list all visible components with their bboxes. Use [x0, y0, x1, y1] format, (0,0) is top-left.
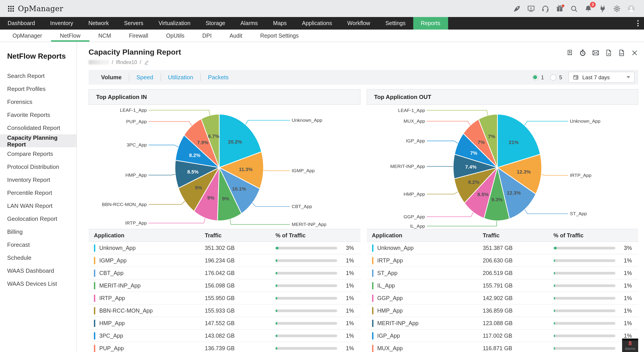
sidebar-item-report-profiles[interactable]: Report Profiles: [0, 82, 76, 95]
sidebar-item-forecast[interactable]: Forecast: [0, 238, 76, 251]
nav-item-workflow[interactable]: Workflow: [340, 17, 378, 30]
sidebar-item-waas-devices-list[interactable]: WAAS Devices List: [0, 277, 76, 290]
tab-utilization[interactable]: Utilization: [160, 73, 200, 81]
application-cell: Unknown_App: [372, 244, 483, 251]
application-cell: IGMP_App: [94, 257, 205, 264]
pie-svg: 21%Unknown_App12.3%IRTP_App12.3%ST_App9.…: [366, 105, 638, 229]
nav-item-servers[interactable]: Servers: [116, 17, 151, 30]
close-report-icon[interactable]: [631, 49, 638, 56]
slice-percent-label: 8.5%: [188, 169, 198, 175]
traffic-percent-value: 1%: [346, 320, 354, 326]
pie-label-igp-app: IGP_App: [406, 138, 425, 143]
subnav-item-opmanager[interactable]: OpManager: [4, 30, 51, 42]
topbar-actions: 3: [513, 5, 644, 12]
subnav-item-netflow[interactable]: NetFlow: [51, 30, 90, 42]
pie-label-irtp-app: IRTP_App: [125, 220, 147, 226]
sidebar-item-lan-wan-report[interactable]: LAN WAN Report: [0, 199, 76, 212]
sidebar-item-geolocation-report[interactable]: Geolocation Report: [0, 212, 76, 225]
tab-packets[interactable]: Packets: [200, 73, 236, 81]
pie-callout-line: [246, 120, 290, 124]
sidebar-item-waas-dashboard[interactable]: WAAS Dashboard: [0, 264, 76, 277]
percent-bar-track: [554, 334, 615, 337]
support-headset-icon[interactable]: [542, 5, 549, 12]
settings-gear-icon[interactable]: [613, 5, 621, 12]
nav-item-alarms[interactable]: Alarms: [233, 17, 266, 30]
subnav-item-ncm[interactable]: NCM: [90, 30, 120, 42]
sidebar-item-consolidated-report[interactable]: Consolidated Report: [0, 121, 76, 134]
nav-item-virtualization[interactable]: Virtualization: [151, 17, 198, 30]
sidebar-item-schedule[interactable]: Schedule: [0, 251, 76, 264]
export-csv-icon[interactable]: CSV: [618, 49, 625, 56]
nav-item-applications[interactable]: Applications: [294, 17, 340, 30]
export-pdf-icon[interactable]: [605, 49, 612, 56]
subnav-item-report-settings[interactable]: Report Settings: [251, 30, 308, 42]
integrations-plug-icon[interactable]: [599, 5, 606, 12]
more-options-kebab-icon[interactable]: [637, 17, 639, 30]
launcher-rocket-icon[interactable]: [513, 5, 520, 12]
sidebar-item-search-report[interactable]: Search Report: [0, 69, 76, 82]
series-color-tick: [94, 269, 95, 277]
nav-item-network[interactable]: Network: [81, 17, 116, 30]
global-search-icon[interactable]: [570, 5, 578, 12]
subnav-item-dpi[interactable]: DPI: [194, 30, 221, 42]
notifications-bell-icon[interactable]: 3: [584, 5, 592, 12]
application-cell: HMP_App: [94, 319, 205, 327]
pie-label-cbt-app: CBT_App: [292, 204, 312, 209]
nav-item-dashboard[interactable]: Dashboard: [0, 17, 42, 30]
traffic-percent-value: 1%: [346, 345, 354, 351]
calendar-clock-icon: [573, 74, 579, 80]
subnav-item-firewall[interactable]: Firewall: [120, 30, 157, 42]
tab-speed[interactable]: Speed: [129, 73, 160, 81]
pie-label-irtp-app: IRTP_App: [570, 173, 592, 178]
sidebar-item-billing[interactable]: Billing: [0, 225, 76, 238]
percent-bar-fill: [276, 259, 277, 262]
alarms-widget[interactable]: 8 Alarms: [622, 338, 638, 352]
pie-label-bbn-rcc-mon-app: BBN-RCC-MON_App: [102, 202, 147, 207]
schedule-history-icon[interactable]: [579, 49, 586, 56]
top-n-option-1[interactable]: 1: [532, 74, 544, 80]
slice-percent-label: 7%: [488, 134, 495, 139]
radio-5[interactable]: [550, 74, 556, 80]
tab-volume[interactable]: Volume: [94, 73, 129, 81]
traffic-percent-cell: 3%: [554, 245, 632, 251]
sidebar-item-favorite-reports[interactable]: Favorite Reports: [0, 108, 76, 121]
subnav-item-audit[interactable]: Audit: [220, 30, 251, 42]
email-report-icon[interactable]: [592, 49, 599, 56]
top-n-option-5[interactable]: 5: [550, 74, 562, 80]
percent-bar-track: [276, 347, 337, 349]
sidebar-item-forensics[interactable]: Forensics: [0, 95, 76, 108]
sub-nav: OpManagerNetFlowNCMFirewallOpUtilsDPIAud…: [0, 30, 644, 42]
percent-bar-fill: [554, 272, 555, 274]
sidebar-item-compare-reports[interactable]: Compare Reports: [0, 147, 76, 160]
sidebar-item-capacity-planning-report[interactable]: Capacity Planning Report: [0, 134, 76, 147]
nav-item-maps[interactable]: Maps: [266, 17, 294, 30]
nav-item-storage[interactable]: Storage: [198, 17, 233, 30]
edit-pencil-icon[interactable]: [144, 60, 149, 65]
pie-callout-line: [149, 218, 205, 223]
breadcrumb-interface[interactable]: IfIndex10: [116, 60, 137, 65]
pie-callout-line: [524, 121, 568, 125]
table-row: GGP_App142.902 GB1%: [366, 292, 638, 304]
sidebar-item-percentile-report[interactable]: Percentile Report: [0, 186, 76, 199]
breadcrumb-separator: /: [112, 60, 113, 65]
pie-callout-line: [524, 210, 568, 214]
nav-item-inventory[interactable]: Inventory: [42, 17, 81, 30]
series-color-tick: [94, 344, 95, 352]
demo-video-icon[interactable]: [527, 5, 535, 12]
nav-item-reports[interactable]: Reports: [413, 17, 448, 30]
table-header-row: ApplicationTraffic% of Traffic: [366, 229, 638, 242]
date-range-picker[interactable]: Last 7 days: [568, 72, 634, 83]
sidebar-item-inventory-report[interactable]: Inventory Report: [0, 173, 76, 186]
pie-callout-line: [427, 221, 497, 226]
billing-receipt-icon[interactable]: $: [566, 49, 573, 56]
subnav-item-oputils[interactable]: OpUtils: [157, 30, 194, 42]
sidebar-item-protocol-distribution[interactable]: Protocol Distribution: [0, 160, 76, 173]
pie-label-hmp-app: HMP_App: [404, 192, 425, 197]
whats-new-gift-icon[interactable]: [556, 5, 564, 12]
nav-item-settings[interactable]: Settings: [378, 17, 413, 30]
application-name: IRTP_App: [377, 257, 403, 264]
apps-grid-icon[interactable]: [8, 6, 14, 12]
radio-1-selected[interactable]: [532, 74, 538, 80]
sidebar-title: NetFlow Reports: [0, 52, 76, 60]
user-avatar-icon[interactable]: [628, 5, 635, 12]
